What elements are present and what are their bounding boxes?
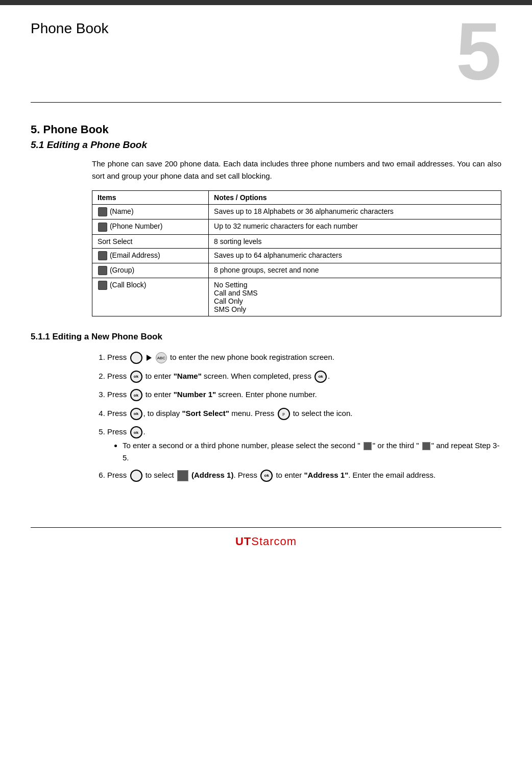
subsection2-title: 5.1.1 Editing a New Phone Book [31, 332, 501, 342]
table-cell-phone: (Phone Number) [92, 219, 209, 234]
group-icon [98, 266, 107, 275]
address-icon-step6 [177, 470, 188, 481]
name-icon [98, 207, 107, 216]
table-cell-group-note: 8 phone groups, secret and none [209, 263, 501, 278]
ok-button-step2: ok [130, 371, 142, 383]
ok-button-step3: ok [130, 389, 142, 401]
logo: UTStarcom [235, 535, 297, 548]
table-row: (Name) Saves up to 18 Alphabets or 36 al… [92, 205, 501, 219]
ok-button-step5: ok [130, 426, 142, 438]
steps-list: Press ABC to enter the new phone book re… [107, 350, 501, 482]
ok-button-step4: ok [130, 408, 142, 420]
phone-icon-second [364, 442, 372, 450]
bullet-item: To enter a second or a third phone numbe… [123, 439, 501, 464]
ok-button-step6: ok [260, 470, 273, 482]
step-6: Press to select (Address 1). Press ok to… [107, 468, 501, 483]
top-bar [0, 0, 532, 5]
email-icon [98, 251, 107, 260]
step-5: Press ok. To enter a second or a third p… [107, 425, 501, 464]
intro-text: The phone can save 200 phone data. Each … [92, 158, 501, 182]
nav-button-step6 [130, 470, 142, 482]
phone-icon [98, 223, 107, 232]
table-cell-callblock: (Call Block) [92, 278, 209, 316]
address1-text-label: "Address 1" [304, 471, 348, 479]
table-cell-sort: Sort Select [92, 234, 209, 248]
table-header-notes: Notes / Options [209, 191, 501, 205]
number1-label: "Number 1" [174, 390, 216, 399]
sort-select-label: "Sort Select" [182, 409, 229, 418]
table-cell-name-note: Saves up to 18 Alphabets or 36 alphanume… [209, 205, 501, 219]
step5-bullets: To enter a second or a third phone numbe… [123, 439, 501, 464]
step-3: Press ok to enter "Number 1" screen. Ent… [107, 387, 501, 402]
intro-block: The phone can save 200 phone data. Each … [92, 158, 501, 316]
address1-label: (Address 1) [191, 471, 234, 479]
table-row: (Email Address) Saves up to 64 alphanume… [92, 248, 501, 263]
table-cell-name: (Name) [92, 205, 209, 219]
arrow-right-icon [147, 355, 152, 361]
table-cell-sort-note: 8 sorting levels [209, 234, 501, 248]
chapter-number: 5 [456, 10, 501, 92]
footer: UTStarcom [31, 527, 501, 548]
p-button-step4: p [278, 408, 290, 420]
table-row: Sort Select 8 sorting levels [92, 234, 501, 248]
logo-ut: UT [235, 535, 251, 548]
steps-block: Press ABC to enter the new phone book re… [92, 350, 501, 482]
table-cell-callblock-note: No SettingCall and SMSCall OnlySMS Only [209, 278, 501, 316]
table-row: (Group) 8 phone groups, secret and none [92, 263, 501, 278]
header-divider [31, 102, 501, 103]
subsection-title: 5.1 Editing a Phone Book [31, 139, 501, 151]
abc-button-step1: ABC [156, 352, 167, 363]
features-table: Items Notes / Options (Name) Saves up to… [92, 190, 501, 316]
header: Phone Book 5 [0, 5, 532, 97]
table-cell-phone-note: Up to 32 numeric characters for each num… [209, 219, 501, 234]
table-row: (Call Block) No SettingCall and SMSCall … [92, 278, 501, 316]
header-title: Phone Book [31, 20, 109, 37]
name-label: "Name" [174, 372, 202, 380]
nav-button-step1 [130, 352, 142, 364]
callblock-icon [98, 281, 107, 290]
step-1: Press ABC to enter the new phone book re… [107, 350, 501, 365]
step-2: Press ok to enter "Name" screen. When co… [107, 369, 501, 384]
section-title: 5. Phone Book [31, 123, 501, 136]
step-4: Press ok, to display "Sort Select" menu.… [107, 406, 501, 421]
table-row: (Phone Number) Up to 32 numeric characte… [92, 219, 501, 234]
main-content: 5. Phone Book 5.1 Editing a Phone Book T… [0, 118, 532, 517]
table-cell-email: (Email Address) [92, 248, 209, 263]
table-header-items: Items [92, 191, 209, 205]
phone-icon-third [422, 442, 430, 450]
ok-button-step2b: ok [315, 371, 327, 383]
table-cell-group: (Group) [92, 263, 209, 278]
logo-starcom: Starcom [251, 535, 297, 548]
table-cell-email-note: Saves up to 64 alphanumeric characters [209, 248, 501, 263]
